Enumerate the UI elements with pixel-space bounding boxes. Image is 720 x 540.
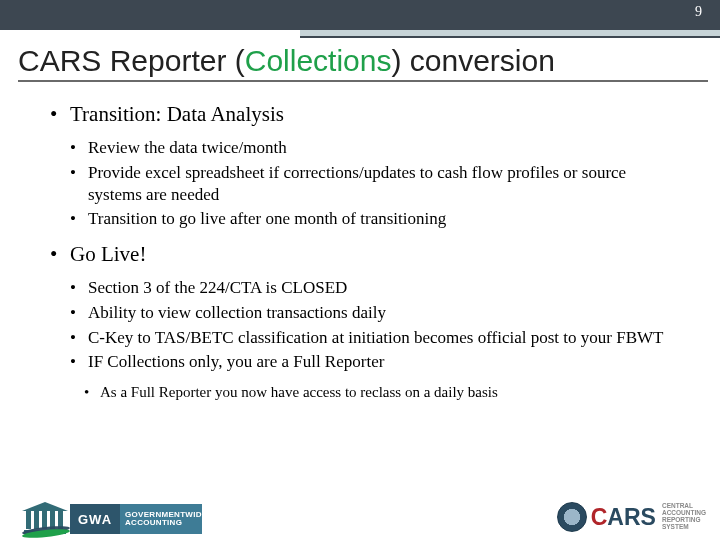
content-area: Transition: Data Analysis Review the dat… [0, 84, 720, 403]
accent-bar [300, 30, 720, 38]
footer: GWA GOVERNMENTWIDE ACCOUNTING C A R S CE… [0, 494, 720, 540]
list-item: IF Collections only, you are a Full Repo… [70, 351, 680, 373]
cars-letter-r: R [624, 506, 641, 529]
list-item: C-Key to TAS/BETC classification at init… [70, 327, 680, 349]
gwa-line2: ACCOUNTING [125, 519, 202, 527]
title-highlight: Collections [245, 44, 392, 77]
list-item: Section 3 of the 224/CTA is CLOSED [70, 277, 680, 299]
list-item: Go Live! Section 3 of the 224/CTA is CLO… [50, 242, 680, 403]
seal-icon [557, 502, 587, 532]
title-text: CARS Reporter (Collections) conversion [18, 44, 708, 82]
gwa-logo: GWA GOVERNMENTWIDE ACCOUNTING [22, 502, 202, 534]
bullet-list-level2: Section 3 of the 224/CTA is CLOSED Abili… [70, 277, 680, 373]
list-item: Transition: Data Analysis Review the dat… [50, 102, 680, 230]
slide: 9 CARS Reporter (Collections) conversion… [0, 0, 720, 540]
title-suffix: ) conversion [391, 44, 554, 77]
list-item: Ability to view collection transactions … [70, 302, 680, 324]
bullet-list-level1: Transition: Data Analysis Review the dat… [50, 102, 680, 403]
bullet-list-level3: As a Full Reporter you now have access t… [84, 383, 680, 403]
cars-letter-a: A [607, 506, 624, 529]
cars-subtitle: CENTRAL ACCOUNTING REPORTING SYSTEM [662, 503, 706, 530]
building-icon [22, 502, 68, 534]
cars-wordmark: C A R S [591, 506, 656, 529]
slide-title: CARS Reporter (Collections) conversion [0, 38, 720, 84]
section-heading: Go Live! [70, 242, 146, 266]
bullet-list-level2: Review the data twice/month Provide exce… [70, 137, 680, 230]
section-heading: Transition: Data Analysis [70, 102, 284, 126]
page-number: 9 [695, 4, 702, 20]
cars-letter-s: S [641, 506, 656, 529]
list-item: Provide excel spreadsheet if corrections… [70, 162, 680, 206]
list-item: Review the data twice/month [70, 137, 680, 159]
gwa-full-text: GOVERNMENTWIDE ACCOUNTING [120, 504, 202, 534]
cars-letter-c: C [591, 506, 608, 529]
gwa-abbrev-box: GWA [70, 504, 120, 534]
top-bar: 9 [0, 0, 720, 30]
cars-logo: C A R S CENTRAL ACCOUNTING REPORTING SYS… [557, 502, 706, 532]
title-prefix: CARS Reporter ( [18, 44, 245, 77]
cars-sub-line: SYSTEM [662, 524, 706, 531]
list-item: As a Full Reporter you now have access t… [84, 383, 680, 403]
list-item: Transition to go live after one month of… [70, 208, 680, 230]
gwa-abbrev: GWA [78, 512, 112, 527]
